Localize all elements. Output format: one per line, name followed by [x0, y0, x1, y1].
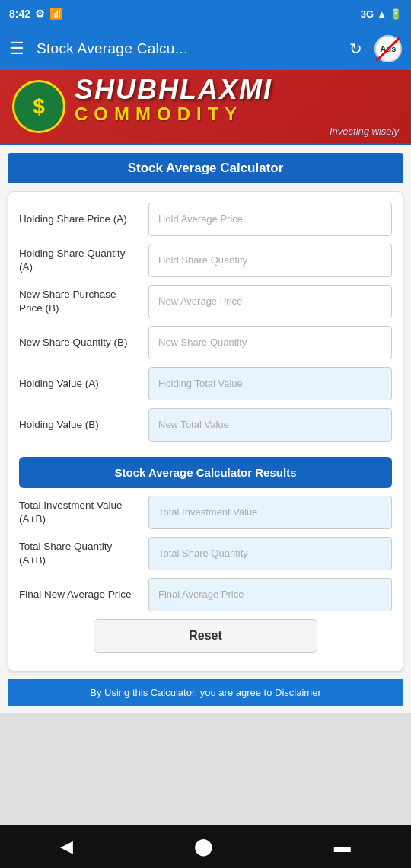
section-title: Stock Average Calculator — [8, 153, 403, 183]
disclaimer-text: By Using this Calculator, you are agree … — [90, 687, 320, 698]
hold-average-price-input[interactable] — [148, 203, 392, 236]
home-button[interactable]: ⬤ — [186, 829, 221, 864]
banner-logo: $ — [12, 80, 65, 133]
app-bar: ☰ Stock Average Calcu... ↻ Ads — [0, 27, 411, 70]
app-bar-title: Stock Average Calcu... — [37, 40, 337, 57]
form-row-3: New Share Quantity (B) — [19, 326, 392, 359]
recents-button[interactable]: ▬ — [327, 829, 358, 864]
form-label-1: Holding Share Quantity (A) — [19, 247, 141, 273]
settings-icon: ⚙ — [35, 8, 45, 20]
sim-icon: 📶 — [49, 8, 62, 20]
main-content: Stock Average Calculator Holding Share P… — [0, 145, 411, 713]
banner-subtitle: COMMODITY — [75, 104, 243, 126]
form-row-2: New Share Purchase Price (B) — [19, 285, 392, 318]
form-label-0: Holding Share Price (A) — [19, 212, 141, 226]
result-label-2: Final New Average Price — [19, 588, 141, 602]
calculator-card: Holding Share Price (A)Holding Share Qua… — [8, 191, 403, 672]
back-button[interactable]: ◀ — [53, 829, 81, 864]
total-investment-value-input[interactable] — [148, 496, 392, 529]
form-label-4: Holding Value (A) — [19, 377, 141, 391]
banner-title: SHUBHLAXMI — [75, 76, 272, 104]
battery-icon: 🔋 — [390, 8, 402, 20]
hold-share-quantity-input[interactable] — [148, 244, 392, 277]
disclaimer-static-text: By Using this Calculator, you are agree … — [90, 687, 275, 698]
result-row-2: Final New Average Price — [19, 578, 392, 611]
final-average-price-input[interactable] — [148, 578, 392, 611]
form-row-0: Holding Share Price (A) — [19, 203, 392, 236]
form-row-5: Holding Value (B) — [19, 408, 392, 442]
ads-label: Ads — [381, 44, 397, 53]
result-label-1: Total Share Quantity (A+B) — [19, 540, 141, 566]
menu-icon[interactable]: ☰ — [9, 39, 24, 59]
input-fields-container: Holding Share Price (A)Holding Share Qua… — [19, 203, 392, 442]
banner: $ SHUBHLAXMI COMMODITY Investing wisely — [0, 70, 411, 145]
form-row-4: Holding Value (A) — [19, 367, 392, 400]
result-fields-container: Total Investment Value (A+B)Total Share … — [19, 496, 392, 611]
form-label-3: New Share Quantity (B) — [19, 336, 141, 349]
disclaimer-bar: By Using this Calculator, you are agree … — [8, 679, 403, 706]
calculate-button[interactable]: Stock Average Calculator Results — [19, 457, 392, 488]
form-label-5: Holding Value (B) — [19, 418, 141, 432]
result-row-0: Total Investment Value (A+B) — [19, 496, 392, 529]
signal-icon: ▲ — [377, 8, 387, 20]
banner-text-area: SHUBHLAXMI COMMODITY Investing wisely — [75, 76, 399, 137]
disclaimer-link[interactable]: Disclaimer — [275, 687, 321, 698]
status-left: 8:42 ⚙ 📶 — [9, 8, 62, 20]
banner-tagline: Investing wisely — [330, 126, 399, 137]
refresh-icon[interactable]: ↻ — [349, 40, 362, 58]
network-label: 3G — [361, 8, 374, 20]
form-label-2: New Share Purchase Price (B) — [19, 288, 141, 314]
ads-icon[interactable]: Ads — [374, 35, 402, 62]
new-share-quantity-input[interactable] — [148, 326, 392, 359]
form-row-1: Holding Share Quantity (A) — [19, 244, 392, 277]
new-total-value-input[interactable] — [148, 408, 392, 442]
nav-bar: ◀ ⬤ ▬ — [0, 825, 411, 868]
total-share-quantity-input[interactable] — [148, 537, 392, 570]
result-row-1: Total Share Quantity (A+B) — [19, 537, 392, 570]
status-right: 3G ▲ 🔋 — [361, 8, 402, 20]
result-label-0: Total Investment Value (A+B) — [19, 499, 141, 525]
time-display: 8:42 — [9, 8, 30, 20]
logo-symbol: $ — [33, 94, 45, 119]
status-bar: 8:42 ⚙ 📶 3G ▲ 🔋 — [0, 0, 411, 27]
holding-total-value-input[interactable] — [148, 367, 392, 400]
new-average-price-input[interactable] — [148, 285, 392, 318]
reset-button[interactable]: Reset — [94, 619, 317, 653]
